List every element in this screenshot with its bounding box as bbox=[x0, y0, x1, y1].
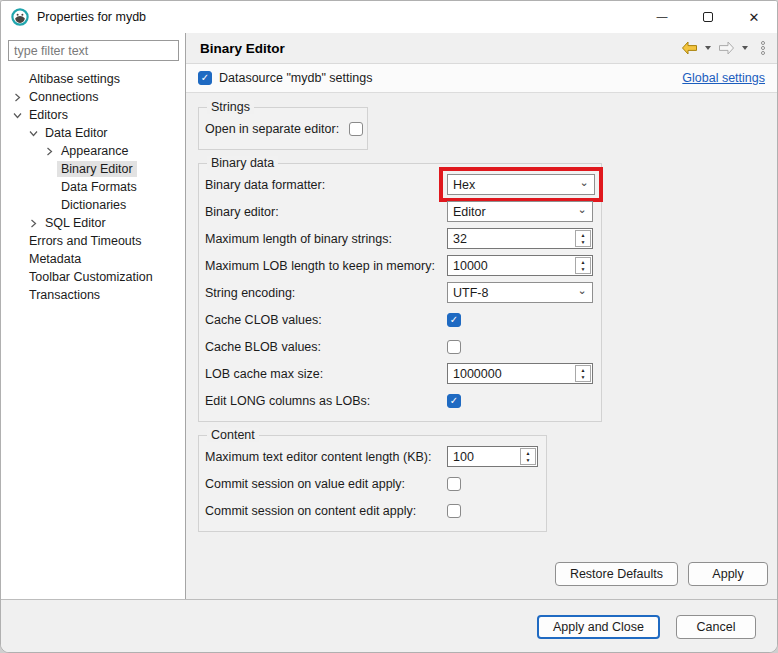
back-history-caret-icon[interactable] bbox=[705, 46, 711, 50]
tree-item-label: Dictionaries bbox=[57, 197, 130, 213]
close-icon: ✕ bbox=[749, 10, 760, 25]
form-row-edit-long-columns-as-lobs: Edit LONG columns as LOBs:✓ bbox=[205, 390, 593, 411]
titlebar: Properties for mydb — ✕ bbox=[1, 1, 777, 33]
cancel-button[interactable]: Cancel bbox=[676, 615, 756, 639]
edit-long-columns-as-lobs-label: Edit LONG columns as LOBs: bbox=[205, 394, 447, 408]
spinner-value: 32 bbox=[448, 229, 574, 248]
cache-clob-values-checkbox[interactable]: ✓ bbox=[447, 313, 461, 327]
tree-item-label: Toolbar Customization bbox=[25, 269, 157, 285]
tree-item-label: Binary Editor bbox=[57, 161, 137, 177]
maximize-button[interactable] bbox=[685, 1, 731, 33]
maximum-lob-length-to-keep-in-memory-spinner[interactable]: 10000▲▼ bbox=[447, 255, 593, 276]
spinner-up-icon[interactable]: ▲ bbox=[521, 449, 535, 457]
maximum-text-editor-content-length-kb-spinner[interactable]: 100▲▼ bbox=[447, 446, 538, 467]
commit-session-on-content-edit-apply-label: Commit session on content edit apply: bbox=[205, 504, 447, 518]
form-row-commit-session-on-value-edit-apply: Commit session on value edit apply: bbox=[205, 473, 538, 494]
commit-session-on-value-edit-apply-checkbox[interactable] bbox=[447, 477, 461, 491]
window-title: Properties for mydb bbox=[37, 10, 146, 24]
spinner-value: 100 bbox=[448, 447, 519, 466]
tree-spacer bbox=[9, 271, 25, 283]
binary-editor-select[interactable]: Editor⌄ bbox=[447, 201, 593, 222]
spinner-down-icon[interactable]: ▼ bbox=[576, 239, 590, 247]
binary-data-group: Binary dataBinary data formatter:Hex⌄Bin… bbox=[198, 163, 602, 422]
select-value: Editor bbox=[448, 205, 572, 219]
spinner-down-icon[interactable]: ▼ bbox=[576, 266, 590, 274]
tree-item-altibase-settings[interactable]: Altibase settings bbox=[1, 70, 185, 88]
string-encoding-label: String encoding: bbox=[205, 286, 447, 300]
page-header: Binary Editor bbox=[186, 33, 777, 64]
tree-spacer bbox=[41, 199, 57, 211]
commit-session-on-value-edit-apply-label: Commit session on value edit apply: bbox=[205, 477, 447, 491]
cache-clob-values-label: Cache CLOB values: bbox=[205, 313, 447, 327]
form-row-cache-blob-values: Cache BLOB values: bbox=[205, 336, 593, 357]
tree-item-label: Data Formats bbox=[57, 179, 141, 195]
spinner-up-icon[interactable]: ▲ bbox=[576, 231, 590, 239]
string-encoding-select[interactable]: UTF-8⌄ bbox=[447, 282, 593, 303]
apply-and-close-button[interactable]: Apply and Close bbox=[537, 615, 660, 639]
binary-data-formatter-label: Binary data formatter: bbox=[205, 178, 447, 192]
apply-button[interactable]: Apply bbox=[688, 562, 768, 586]
spinner-up-icon[interactable]: ▲ bbox=[576, 258, 590, 266]
cache-blob-values-checkbox[interactable] bbox=[447, 340, 461, 354]
maximum-length-of-binary-strings-spinner[interactable]: 32▲▼ bbox=[447, 228, 593, 249]
tree-item-sql-editor[interactable]: SQL Editor bbox=[1, 214, 185, 232]
preferences-sidebar: Altibase settingsConnectionsEditorsData … bbox=[1, 33, 186, 599]
tree-item-errors-and-timeouts[interactable]: Errors and Timeouts bbox=[1, 232, 185, 250]
form-row-commit-session-on-content-edit-apply: Commit session on content edit apply: bbox=[205, 500, 538, 521]
commit-session-on-content-edit-apply-checkbox[interactable] bbox=[447, 504, 461, 518]
tree-item-appearance[interactable]: Appearance bbox=[1, 142, 185, 160]
view-menu-icon[interactable] bbox=[761, 41, 765, 55]
tree-item-editors[interactable]: Editors bbox=[1, 106, 185, 124]
spinner-up-icon[interactable]: ▲ bbox=[576, 366, 590, 374]
datasource-settings-checkbox[interactable]: ✓ bbox=[198, 71, 212, 85]
form-row-maximum-text-editor-content-length-kb: Maximum text editor content length (KB):… bbox=[205, 446, 538, 467]
chevron-right-icon[interactable] bbox=[41, 145, 57, 157]
tree-item-label: SQL Editor bbox=[41, 215, 110, 231]
tree-spacer bbox=[9, 73, 25, 85]
minimize-button[interactable]: — bbox=[639, 1, 685, 33]
back-button[interactable] bbox=[681, 41, 698, 55]
chevron-down-icon[interactable] bbox=[9, 109, 25, 121]
tree-spacer bbox=[41, 163, 57, 175]
global-settings-link[interactable]: Global settings bbox=[682, 71, 765, 85]
tree-item-dictionaries[interactable]: Dictionaries bbox=[1, 196, 185, 214]
spinner-down-icon[interactable]: ▼ bbox=[576, 374, 590, 382]
highlight-frame: Hex⌄ bbox=[439, 167, 603, 202]
chevron-right-icon[interactable] bbox=[9, 91, 25, 103]
tree-item-data-editor[interactable]: Data Editor bbox=[1, 124, 185, 142]
binary-data-formatter-select[interactable]: Hex⌄ bbox=[447, 174, 595, 195]
group-title: Content bbox=[207, 428, 259, 442]
close-button[interactable]: ✕ bbox=[731, 1, 777, 33]
tree-item-label: Metadata bbox=[25, 251, 85, 267]
form-row-string-encoding: String encoding:UTF-8⌄ bbox=[205, 282, 593, 303]
tree-item-label: Connections bbox=[25, 89, 103, 105]
chevron-down-icon[interactable] bbox=[25, 127, 41, 139]
maximum-text-editor-content-length-kb-label: Maximum text editor content length (KB): bbox=[205, 450, 447, 464]
forward-button[interactable] bbox=[718, 41, 735, 55]
strings-group: StringsOpen in separate editor: bbox=[198, 107, 368, 150]
filter-input[interactable] bbox=[8, 40, 179, 61]
settings-tree: Altibase settingsConnectionsEditorsData … bbox=[1, 70, 185, 304]
cache-blob-values-label: Cache BLOB values: bbox=[205, 340, 447, 354]
chevron-down-icon: ⌄ bbox=[572, 204, 592, 215]
tree-item-transactions[interactable]: Transactions bbox=[1, 286, 185, 304]
page-nav bbox=[681, 41, 765, 55]
form-row-open-in-separate-editor: Open in separate editor: bbox=[205, 118, 359, 139]
restore-defaults-button[interactable]: Restore Defaults bbox=[555, 562, 678, 586]
lob-cache-max-size-spinner[interactable]: 1000000▲▼ bbox=[447, 363, 593, 384]
tree-item-connections[interactable]: Connections bbox=[1, 88, 185, 106]
forward-history-caret-icon[interactable] bbox=[742, 46, 748, 50]
open-in-separate-editor-checkbox[interactable] bbox=[349, 122, 363, 136]
edit-long-columns-as-lobs-checkbox[interactable]: ✓ bbox=[447, 394, 461, 408]
form-row-cache-clob-values: Cache CLOB values:✓ bbox=[205, 309, 593, 330]
tree-item-toolbar-customization[interactable]: Toolbar Customization bbox=[1, 268, 185, 286]
spinner-down-icon[interactable]: ▼ bbox=[521, 457, 535, 465]
tree-item-metadata[interactable]: Metadata bbox=[1, 250, 185, 268]
open-in-separate-editor-label: Open in separate editor: bbox=[205, 122, 339, 136]
tree-item-data-formats[interactable]: Data Formats bbox=[1, 178, 185, 196]
content-group: ContentMaximum text editor content lengt… bbox=[198, 435, 547, 532]
chevron-right-icon[interactable] bbox=[25, 217, 41, 229]
minimize-icon: — bbox=[657, 10, 668, 22]
dialog-body: Altibase settingsConnectionsEditorsData … bbox=[1, 33, 777, 599]
tree-item-binary-editor[interactable]: Binary Editor bbox=[1, 160, 185, 178]
